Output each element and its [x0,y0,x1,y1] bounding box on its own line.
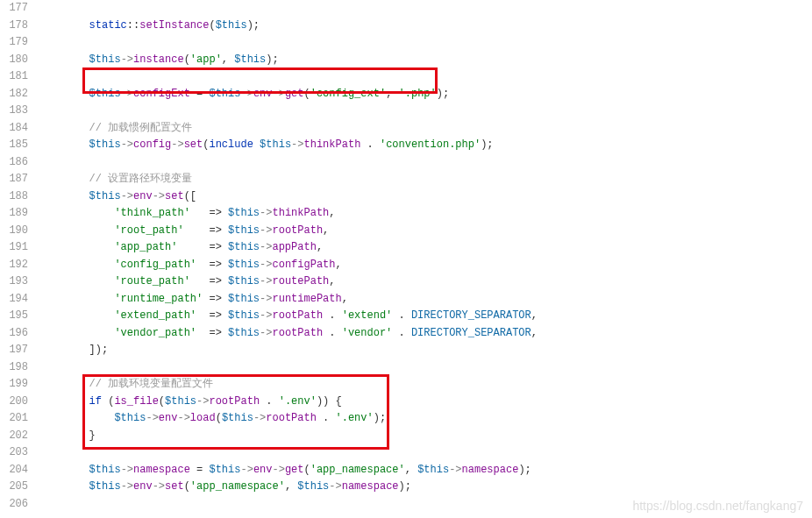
code-line[interactable]: $this->env->set('app_namespace', $this->… [39,479,812,496]
line-number: 205 [0,479,28,496]
line-number: 182 [0,86,28,103]
line-number: 188 [0,188,28,206]
line-number: 201 [0,410,28,428]
code-line[interactable]: 'route_path' => $this->routePath, [39,273,812,291]
code-line[interactable] [39,0,812,18]
line-number: 195 [0,308,28,325]
line-number: 185 [0,137,28,154]
code-line[interactable] [39,444,812,462]
code-line[interactable]: $this->namespace = $this->env->get('app_… [39,462,812,479]
line-number: 189 [0,205,28,223]
line-number: 194 [0,291,28,309]
code-line[interactable] [39,359,812,377]
code-line[interactable] [39,103,812,120]
code-line[interactable]: 'vendor_path' => $this->rootPath . 'vend… [39,325,812,343]
line-number: 181 [0,68,28,86]
code-line[interactable] [39,154,812,172]
line-number: 199 [0,376,28,394]
code-line[interactable]: } [39,428,812,445]
code-line[interactable]: static::setInstance($this); [39,18,812,35]
code-line[interactable]: 'extend_path' => $this->rootPath . 'exte… [39,308,812,325]
line-number: 193 [0,273,28,291]
line-number: 203 [0,444,28,462]
code-line[interactable]: $this->instance('app', $this); [39,52,812,69]
code-line[interactable]: $this->env->load($this->rootPath . '.env… [39,410,812,428]
code-content[interactable]: static::setInstance($this); $this->insta… [39,0,812,513]
line-number: 186 [0,154,28,172]
line-number: 200 [0,394,28,411]
line-number: 202 [0,428,28,445]
line-number: 184 [0,120,28,138]
line-number: 204 [0,462,28,479]
line-number: 197 [0,342,28,359]
line-number: 178 [0,18,28,35]
code-line[interactable] [39,68,812,86]
line-number-gutter: 177 178 179 180 181 182 183 184 185 186 … [0,0,39,513]
code-line[interactable]: 'root_path' => $this->rootPath, [39,223,812,240]
code-line[interactable]: 'runtime_path' => $this->runtimePath, [39,291,812,309]
code-line[interactable]: // 加载环境变量配置文件 [39,376,812,394]
line-number: 179 [0,34,28,52]
code-line[interactable] [39,34,812,52]
line-number: 191 [0,239,28,257]
code-line[interactable]: // 加载惯例配置文件 [39,120,812,138]
line-number: 180 [0,52,28,69]
code-line[interactable]: ]); [39,342,812,359]
code-line[interactable]: // 设置路径环境变量 [39,171,812,188]
line-number: 177 [0,0,28,18]
code-line[interactable]: 'app_path' => $this->appPath, [39,239,812,257]
line-number: 183 [0,103,28,120]
code-editor: 177 178 179 180 181 182 183 184 185 186 … [0,0,812,513]
line-number: 190 [0,223,28,240]
line-number: 196 [0,325,28,343]
line-number: 187 [0,171,28,188]
code-line[interactable]: 'config_path' => $this->configPath, [39,257,812,274]
code-line[interactable]: $this->env->set([ [39,188,812,206]
watermark-text: https://blog.csdn.net/fangkang7 [632,499,803,513]
code-line[interactable]: $this->configExt = $this->env->get('conf… [39,86,812,103]
line-number: 198 [0,359,28,377]
line-number: 206 [0,496,28,514]
line-number: 192 [0,257,28,274]
code-line[interactable]: 'think_path' => $this->thinkPath, [39,205,812,223]
code-line[interactable]: $this->config->set(include $this->thinkP… [39,137,812,154]
code-line[interactable]: if (is_file($this->rootPath . '.env')) { [39,394,812,411]
